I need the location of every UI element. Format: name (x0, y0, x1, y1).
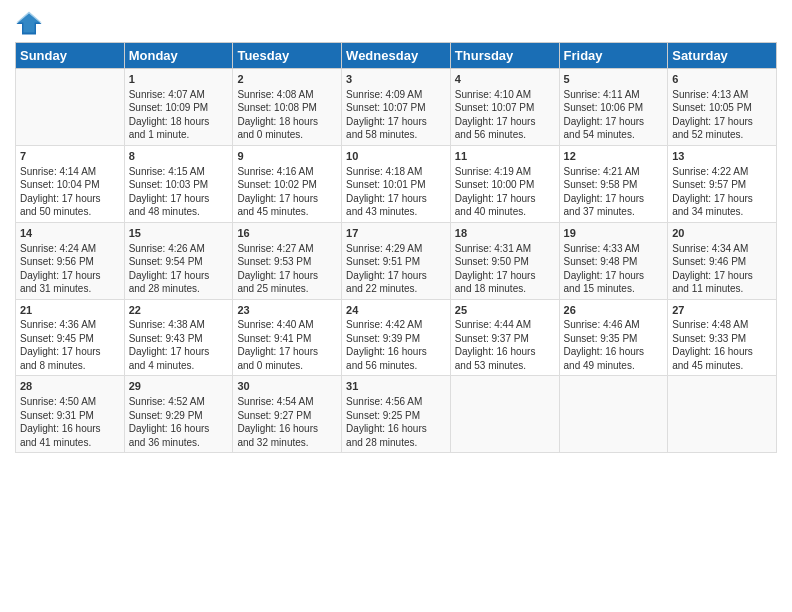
date-number: 4 (455, 72, 555, 87)
sunset-text: Sunset: 9:41 PM (237, 332, 337, 346)
daylight-text: Daylight: 17 hours and 4 minutes. (129, 345, 229, 372)
daylight-text: Daylight: 16 hours and 53 minutes. (455, 345, 555, 372)
sunset-text: Sunset: 9:54 PM (129, 255, 229, 269)
sunrise-text: Sunrise: 4:38 AM (129, 318, 229, 332)
calendar-cell: 8Sunrise: 4:15 AMSunset: 10:03 PMDayligh… (124, 145, 233, 222)
sunrise-text: Sunrise: 4:33 AM (564, 242, 664, 256)
sunset-text: Sunset: 9:39 PM (346, 332, 446, 346)
date-number: 1 (129, 72, 229, 87)
calendar-cell: 4Sunrise: 4:10 AMSunset: 10:07 PMDayligh… (450, 69, 559, 146)
calendar-cell: 28Sunrise: 4:50 AMSunset: 9:31 PMDayligh… (16, 376, 125, 453)
sunrise-text: Sunrise: 4:31 AM (455, 242, 555, 256)
sunrise-text: Sunrise: 4:24 AM (20, 242, 120, 256)
sunset-text: Sunset: 10:05 PM (672, 101, 772, 115)
header (15, 10, 777, 38)
sunset-text: Sunset: 9:46 PM (672, 255, 772, 269)
calendar-cell: 23Sunrise: 4:40 AMSunset: 9:41 PMDayligh… (233, 299, 342, 376)
date-number: 2 (237, 72, 337, 87)
date-number: 30 (237, 379, 337, 394)
sunrise-text: Sunrise: 4:44 AM (455, 318, 555, 332)
sunset-text: Sunset: 9:51 PM (346, 255, 446, 269)
calendar-cell (16, 69, 125, 146)
sunrise-text: Sunrise: 4:42 AM (346, 318, 446, 332)
calendar-cell: 9Sunrise: 4:16 AMSunset: 10:02 PMDayligh… (233, 145, 342, 222)
sunset-text: Sunset: 9:57 PM (672, 178, 772, 192)
sunrise-text: Sunrise: 4:36 AM (20, 318, 120, 332)
date-number: 6 (672, 72, 772, 87)
header-day: Monday (124, 43, 233, 69)
sunset-text: Sunset: 9:45 PM (20, 332, 120, 346)
sunrise-text: Sunrise: 4:14 AM (20, 165, 120, 179)
date-number: 25 (455, 303, 555, 318)
sunset-text: Sunset: 10:09 PM (129, 101, 229, 115)
calendar-cell: 25Sunrise: 4:44 AMSunset: 9:37 PMDayligh… (450, 299, 559, 376)
calendar-cell: 24Sunrise: 4:42 AMSunset: 9:39 PMDayligh… (342, 299, 451, 376)
date-number: 10 (346, 149, 446, 164)
daylight-text: Daylight: 17 hours and 56 minutes. (455, 115, 555, 142)
date-number: 11 (455, 149, 555, 164)
header-day: Tuesday (233, 43, 342, 69)
calendar-cell: 18Sunrise: 4:31 AMSunset: 9:50 PMDayligh… (450, 222, 559, 299)
sunrise-text: Sunrise: 4:10 AM (455, 88, 555, 102)
sunset-text: Sunset: 10:03 PM (129, 178, 229, 192)
date-number: 15 (129, 226, 229, 241)
date-number: 16 (237, 226, 337, 241)
date-number: 19 (564, 226, 664, 241)
sunset-text: Sunset: 9:33 PM (672, 332, 772, 346)
calendar-cell: 20Sunrise: 4:34 AMSunset: 9:46 PMDayligh… (668, 222, 777, 299)
date-number: 29 (129, 379, 229, 394)
sunset-text: Sunset: 10:01 PM (346, 178, 446, 192)
date-number: 31 (346, 379, 446, 394)
calendar-cell: 2Sunrise: 4:08 AMSunset: 10:08 PMDayligh… (233, 69, 342, 146)
sunset-text: Sunset: 9:27 PM (237, 409, 337, 423)
header-row: SundayMondayTuesdayWednesdayThursdayFrid… (16, 43, 777, 69)
daylight-text: Daylight: 17 hours and 15 minutes. (564, 269, 664, 296)
sunset-text: Sunset: 9:53 PM (237, 255, 337, 269)
daylight-text: Daylight: 18 hours and 1 minute. (129, 115, 229, 142)
calendar-cell: 21Sunrise: 4:36 AMSunset: 9:45 PMDayligh… (16, 299, 125, 376)
sunset-text: Sunset: 10:08 PM (237, 101, 337, 115)
header-day: Friday (559, 43, 668, 69)
sunset-text: Sunset: 10:06 PM (564, 101, 664, 115)
daylight-text: Daylight: 16 hours and 56 minutes. (346, 345, 446, 372)
sunrise-text: Sunrise: 4:19 AM (455, 165, 555, 179)
calendar-week-row: 21Sunrise: 4:36 AMSunset: 9:45 PMDayligh… (16, 299, 777, 376)
calendar-cell: 19Sunrise: 4:33 AMSunset: 9:48 PMDayligh… (559, 222, 668, 299)
calendar-week-row: 7Sunrise: 4:14 AMSunset: 10:04 PMDayligh… (16, 145, 777, 222)
sunrise-text: Sunrise: 4:54 AM (237, 395, 337, 409)
header-day: Saturday (668, 43, 777, 69)
date-number: 7 (20, 149, 120, 164)
calendar-cell: 15Sunrise: 4:26 AMSunset: 9:54 PMDayligh… (124, 222, 233, 299)
sunrise-text: Sunrise: 4:46 AM (564, 318, 664, 332)
calendar-week-row: 14Sunrise: 4:24 AMSunset: 9:56 PMDayligh… (16, 222, 777, 299)
sunrise-text: Sunrise: 4:26 AM (129, 242, 229, 256)
daylight-text: Daylight: 17 hours and 37 minutes. (564, 192, 664, 219)
calendar-cell: 22Sunrise: 4:38 AMSunset: 9:43 PMDayligh… (124, 299, 233, 376)
daylight-text: Daylight: 17 hours and 58 minutes. (346, 115, 446, 142)
calendar-cell: 16Sunrise: 4:27 AMSunset: 9:53 PMDayligh… (233, 222, 342, 299)
calendar-cell: 7Sunrise: 4:14 AMSunset: 10:04 PMDayligh… (16, 145, 125, 222)
calendar-cell: 31Sunrise: 4:56 AMSunset: 9:25 PMDayligh… (342, 376, 451, 453)
date-number: 27 (672, 303, 772, 318)
daylight-text: Daylight: 17 hours and 43 minutes. (346, 192, 446, 219)
calendar-cell: 27Sunrise: 4:48 AMSunset: 9:33 PMDayligh… (668, 299, 777, 376)
sunset-text: Sunset: 9:48 PM (564, 255, 664, 269)
sunset-text: Sunset: 9:29 PM (129, 409, 229, 423)
calendar-cell: 26Sunrise: 4:46 AMSunset: 9:35 PMDayligh… (559, 299, 668, 376)
date-number: 28 (20, 379, 120, 394)
date-number: 21 (20, 303, 120, 318)
daylight-text: Daylight: 17 hours and 50 minutes. (20, 192, 120, 219)
calendar-cell: 11Sunrise: 4:19 AMSunset: 10:00 PMDaylig… (450, 145, 559, 222)
sunrise-text: Sunrise: 4:50 AM (20, 395, 120, 409)
sunset-text: Sunset: 9:37 PM (455, 332, 555, 346)
date-number: 5 (564, 72, 664, 87)
daylight-text: Daylight: 17 hours and 18 minutes. (455, 269, 555, 296)
daylight-text: Daylight: 17 hours and 31 minutes. (20, 269, 120, 296)
sunrise-text: Sunrise: 4:09 AM (346, 88, 446, 102)
sunset-text: Sunset: 10:07 PM (455, 101, 555, 115)
sunrise-text: Sunrise: 4:56 AM (346, 395, 446, 409)
calendar-cell: 10Sunrise: 4:18 AMSunset: 10:01 PMDaylig… (342, 145, 451, 222)
calendar-week-row: 1Sunrise: 4:07 AMSunset: 10:09 PMDayligh… (16, 69, 777, 146)
daylight-text: Daylight: 17 hours and 25 minutes. (237, 269, 337, 296)
calendar-cell (450, 376, 559, 453)
